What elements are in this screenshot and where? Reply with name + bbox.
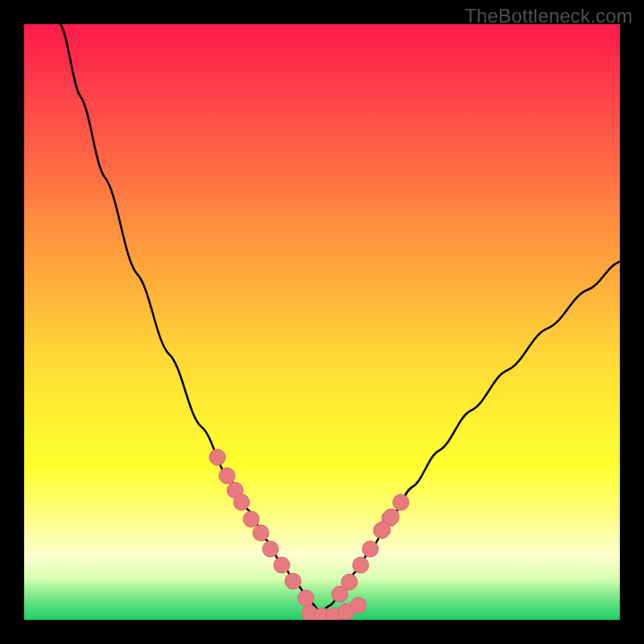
- plot-area: [24, 24, 620, 620]
- data-marker: [353, 557, 369, 573]
- data-marker: [374, 522, 390, 538]
- data-marker: [362, 541, 378, 557]
- outer-frame: TheBottleneck.com: [0, 0, 644, 644]
- data-marker: [350, 597, 366, 613]
- data-marker: [233, 494, 250, 510]
- data-marker: [274, 557, 290, 573]
- v-curve: [60, 24, 620, 612]
- data-marker: [253, 525, 269, 541]
- data-marker: [341, 574, 357, 590]
- data-marker: [262, 541, 279, 557]
- data-marker: [209, 449, 225, 465]
- data-marker: [285, 573, 301, 589]
- data-marker: [219, 468, 235, 484]
- data-marker: [298, 590, 314, 606]
- data-marker: [393, 494, 409, 510]
- data-marker: [243, 511, 259, 527]
- bottleneck-curve: [24, 24, 620, 620]
